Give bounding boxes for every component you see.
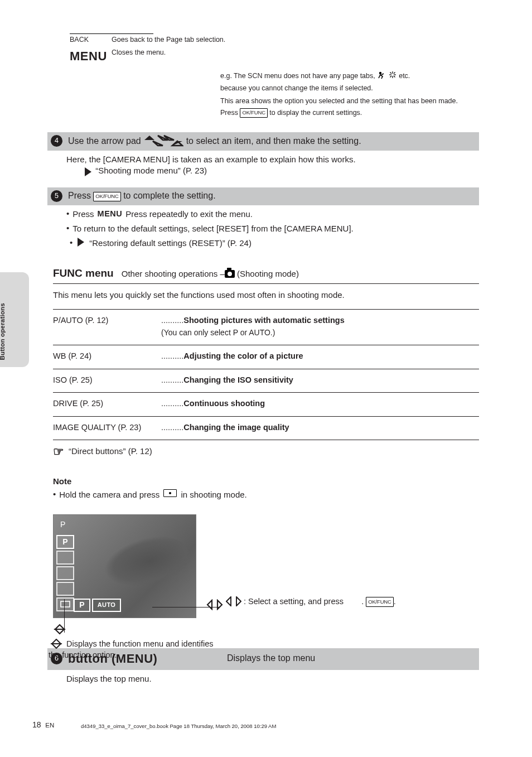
- svg-point-0: [379, 71, 381, 74]
- right-arrow-icon: [83, 167, 93, 176]
- sidebar-item-2: [56, 566, 74, 580]
- lr-arrows-annotation: [206, 599, 223, 610]
- funcmenu-title: FUNC menu: [53, 266, 114, 281]
- svg-marker-12: [153, 141, 163, 146]
- sidebar-item-3: [56, 582, 74, 596]
- menu-label-1: MENU: [98, 209, 123, 220]
- svg-line-7: [390, 76, 391, 78]
- below-annotation: Displays the function menu and identifie…: [49, 638, 216, 661]
- step-number-4: 4: [51, 135, 62, 147]
- ud-arrows-annotation: [51, 624, 68, 635]
- right-annotation: : Select a setting, and press . OK/FUNC.: [226, 596, 432, 607]
- ud-icon-inline: [49, 639, 64, 649]
- pointing-hand-icon: ☞: [53, 443, 64, 460]
- svg-marker-18: [207, 600, 212, 609]
- camera-icon: [225, 270, 235, 278]
- back-hint: Goes back to the Page tab selection.: [112, 35, 225, 45]
- funcmenu-sub: Other shooting operations – (Shooting mo…: [122, 268, 299, 279]
- step-4-body: Here, the [CAMERA MENU] is taken as an e…: [66, 154, 479, 177]
- right-arrow-icon-small: [76, 238, 86, 247]
- ok-func-inline-2: OK/FUNC: [93, 192, 120, 201]
- below-label-text: Displays the function menu and identifie…: [49, 639, 214, 659]
- step-4-desc: Here, the [CAMERA MENU] is taken as an e…: [66, 155, 356, 164]
- dolphin-illustration: [85, 527, 195, 600]
- side-tab-label: Button operations: [0, 303, 7, 360]
- bottom-chip-auto: AUTO: [92, 599, 121, 612]
- svg-marker-25: [52, 644, 61, 648]
- sport-icon: [377, 70, 386, 82]
- note-title: Note: [53, 476, 479, 487]
- svg-marker-22: [55, 625, 64, 629]
- screenshot-block: P P P AUTO: [53, 514, 198, 618]
- ref-block: ☞ “Direct buttons” (P. 12): [53, 446, 479, 462]
- step-5-b2-text: To return to the default settings, selec…: [72, 223, 354, 234]
- step-4-ref: “Shooting mode menu” (P. 23): [95, 166, 207, 175]
- funcmenu-intro: This menu lets you quickly set the funct…: [53, 290, 479, 301]
- mode-indicator-P: P: [60, 519, 65, 530]
- menu-row: MENU Closes the menu.: [70, 48, 479, 65]
- top-right-hints: e.g. The SCN menu does not have any page…: [220, 70, 473, 122]
- svg-marker-16: [78, 238, 84, 247]
- svg-marker-19: [217, 600, 222, 609]
- hint-line3: This area shows the option you selected …: [220, 97, 473, 106]
- ref-text: “Direct buttons” (P. 12): [69, 446, 152, 462]
- dot-icon: [163, 489, 177, 497]
- step-5-bullet-3: “Restoring default settings (RESET)” (P.…: [70, 238, 479, 249]
- bottom-chip-P: P: [74, 599, 90, 612]
- func-row-3-desc: ..........Continuous shooting: [159, 393, 479, 417]
- svg-marker-23: [55, 629, 64, 634]
- rect-icon: [60, 601, 70, 607]
- step-5-bar: 5 Press OK/FUNC to complete the setting.: [47, 187, 479, 205]
- step-6-sub: Displays the top menu: [227, 653, 315, 663]
- fireworks-icon: [388, 70, 397, 82]
- side-tab: Button operations: [0, 272, 29, 367]
- step-5-b3-text: “Restoring default settings (RESET)” (P.…: [89, 238, 252, 249]
- section-divider: [53, 283, 479, 284]
- svg-line-6: [394, 72, 395, 74]
- svg-marker-24: [52, 639, 61, 644]
- sidebar-item-1: [56, 551, 74, 565]
- hint-line1: e.g. The SCN menu does not have any page…: [220, 72, 375, 80]
- sidebar-item-P: P: [56, 535, 74, 549]
- sidebar-item-4: [56, 597, 74, 611]
- hint-line4-post: to display the current settings.: [268, 109, 362, 117]
- back-row: BACK Goes back to the Page tab selection…: [70, 35, 479, 45]
- step-5-bullet-1: Press MENUPress repeatedly to exit the m…: [66, 209, 479, 220]
- footer-file-info: d4349_33_e_oima_7_cover_bo.book Page 18 …: [81, 723, 478, 730]
- svg-line-5: [390, 72, 391, 74]
- top-hints: e.g. The SCN menu does not have any page…: [70, 70, 479, 122]
- svg-marker-9: [144, 136, 154, 140]
- hint-line2: because you cannot change the items if s…: [220, 84, 473, 93]
- func-row-1-label: WB (P. 24): [53, 345, 159, 369]
- up-down-arrows-icon: [51, 624, 68, 635]
- func-row-0-label: P/AUTO (P. 12): [53, 309, 159, 345]
- funcmenu-heading: FUNC menu Other shooting operations – (S…: [53, 266, 479, 281]
- note-pre: Hold the camera and press: [59, 489, 159, 500]
- step-6-body: Displays the top menu.: [66, 673, 479, 684]
- func-table: P/AUTO (P. 12)..........Shooting picture…: [53, 309, 479, 441]
- step-4-text: Use the arrow pad to select an item, and…: [68, 134, 361, 147]
- step-5-text: Press OK/FUNC to complete the setting.: [68, 190, 216, 202]
- note-post: in shooting mode.: [181, 489, 246, 500]
- step-5-b1-post: Press repeatedly to exit the menu.: [125, 209, 253, 220]
- page-content: BACK Goes back to the Page tab selection…: [0, 0, 532, 684]
- menu-label: MENU: [70, 48, 107, 65]
- func-row-3-label: DRIVE (P. 25): [53, 393, 159, 417]
- svg-marker-21: [236, 597, 241, 606]
- svg-marker-20: [226, 597, 231, 606]
- note-line: Hold the camera and press in shooting mo…: [53, 489, 479, 500]
- step-5-bullet-2: To return to the default settings, selec…: [66, 223, 479, 234]
- bottom-option: P AUTO: [74, 599, 121, 612]
- func-sidebar: P: [56, 535, 75, 611]
- ok-func-inline-1: OK/FUNC: [240, 108, 267, 118]
- camera-screenshot: P P P AUTO: [53, 514, 196, 618]
- svg-marker-15: [85, 167, 91, 176]
- func-row-1-desc: ..........Adjusting the color of a pictu…: [159, 345, 479, 369]
- arrow-pad-icon: [143, 134, 183, 147]
- step-number-5: 5: [51, 190, 62, 202]
- right-label-text: : Select a setting, and press .: [244, 597, 364, 606]
- step-4-bar: 4 Use the arrow pad to select an item, a…: [47, 132, 479, 151]
- hint-line4-pre: Press: [220, 109, 240, 117]
- back-label: BACK: [70, 36, 89, 44]
- form-divider: [70, 33, 153, 34]
